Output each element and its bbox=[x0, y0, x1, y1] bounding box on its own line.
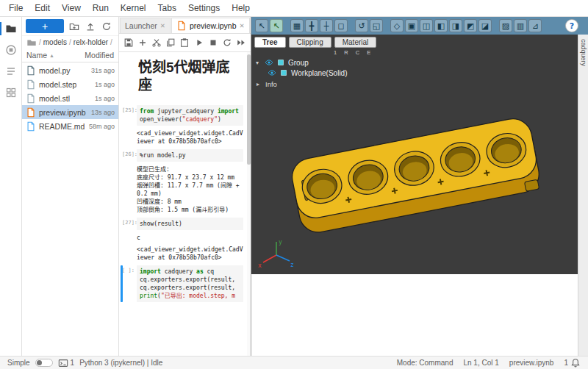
restart-kernel-icon bbox=[222, 37, 232, 48]
paste-cell-button[interactable] bbox=[179, 37, 190, 49]
tree-node-workplane[interactable]: Workplane(Solid) bbox=[251, 68, 578, 78]
notebook-content[interactable]: 悦刻5代烟弹底座[25]:from jupyter_cadquery impor… bbox=[119, 52, 251, 356]
notebook-cell-0[interactable]: 悦刻5代烟弹底座 bbox=[121, 56, 243, 101]
notebook-cell-5[interactable]: [27]:show(result) bbox=[121, 218, 243, 230]
close-tab-icon[interactable]: ✕ bbox=[160, 22, 165, 29]
menu-view[interactable]: View bbox=[56, 1, 87, 15]
new-launcher-button[interactable]: + bbox=[26, 19, 64, 33]
axes-icon[interactable]: ╋ bbox=[305, 19, 318, 32]
eye-icon[interactable] bbox=[268, 68, 276, 77]
notebook-cell-8[interactable]: [ ]:import cadquery as cqcq.exporters.ex… bbox=[121, 265, 243, 302]
front-view-icon[interactable]: ▣ bbox=[405, 19, 418, 32]
new-folder-icon[interactable] bbox=[68, 21, 80, 32]
copy-cell-button[interactable] bbox=[165, 37, 176, 49]
table-of-contents-tab[interactable] bbox=[1, 63, 21, 79]
notebook-cell-7[interactable]: <cad_viewer_widget.widget.CadViewer at 0… bbox=[121, 246, 243, 262]
menu-edit[interactable]: Edit bbox=[29, 1, 56, 15]
code-line: %run model.py bbox=[140, 151, 240, 160]
run-cell-button[interactable] bbox=[193, 37, 205, 49]
cad-model-3d[interactable] bbox=[251, 90, 578, 274]
notifications[interactable]: 1 bbox=[564, 358, 581, 368]
sidecar-strip[interactable]: cadquery bbox=[578, 35, 588, 356]
code-cell-input[interactable]: import cadquery as cqcq.exporters.export… bbox=[137, 265, 243, 302]
code-cell-input[interactable]: %run model.py bbox=[137, 149, 243, 162]
column-name[interactable]: Name bbox=[26, 51, 47, 60]
close-tab-icon[interactable]: ✕ bbox=[240, 22, 245, 29]
tab-preview-ipynb[interactable]: preview.ipynb✕ bbox=[171, 18, 250, 33]
left-view-icon[interactable]: ◧ bbox=[434, 19, 448, 32]
breadcrumb-item-models[interactable]: models bbox=[43, 38, 67, 46]
notebook-cell-2[interactable]: <cad_viewer_widget.widget.CadViewer at 0… bbox=[121, 129, 243, 146]
cursor-position[interactable]: Ln 1, Col 1 bbox=[463, 359, 498, 367]
menu-run[interactable]: Run bbox=[87, 1, 115, 15]
simple-mode-toggle[interactable] bbox=[35, 359, 53, 367]
file-row-model.py[interactable]: model.py31s ago bbox=[22, 63, 118, 77]
shape-icon[interactable] bbox=[276, 58, 285, 67]
menu-kernel[interactable]: Kernel bbox=[115, 1, 152, 15]
code-cell-input[interactable]: from jupyter_cadquery importopen_viewer(… bbox=[137, 105, 243, 126]
command-mode-indicator[interactable]: Mode: Command bbox=[397, 359, 453, 367]
breadcrumb-item-relx-holder[interactable]: relx-holder bbox=[74, 38, 108, 46]
save-button[interactable] bbox=[123, 37, 135, 49]
cell-prompt: [27]: bbox=[121, 218, 137, 230]
shape-icon[interactable] bbox=[279, 68, 288, 77]
file-row-preview.ipynb[interactable]: preview.ipynb13s ago bbox=[22, 105, 118, 119]
tree-node-group[interactable]: ▾ Group bbox=[251, 57, 578, 68]
tab-launcher[interactable]: Launcher✕ bbox=[120, 18, 171, 33]
running-sessions-icon bbox=[5, 44, 17, 56]
running-sessions-tab[interactable] bbox=[1, 42, 21, 58]
insert-cell-button[interactable] bbox=[137, 37, 148, 49]
select-mode-icon[interactable]: ↖ bbox=[255, 19, 268, 32]
notebook-cell-4[interactable]: 模型已生成:底座尺寸: 91.7 x 23.7 x 12 mm烟弹凹槽: 11.… bbox=[121, 165, 243, 214]
clip-plane-icon[interactable]: ⊿ bbox=[528, 19, 542, 32]
black-edges-icon[interactable]: ▥ bbox=[514, 19, 527, 32]
column-modified[interactable]: Modified bbox=[85, 51, 114, 60]
cad-main: Tree Clipping Material 1 R C E ▾ Group bbox=[251, 35, 578, 356]
iso-view-icon[interactable]: ◇ bbox=[390, 19, 404, 32]
file-row-model.stl[interactable]: model.stl1s ago bbox=[22, 91, 118, 105]
tab-tree[interactable]: Tree bbox=[254, 37, 286, 48]
notebook-cell-3[interactable]: [26]:%run model.py bbox=[121, 149, 243, 162]
reset-view-icon[interactable]: ↺ bbox=[355, 19, 368, 32]
scrollbar-thumb[interactable] bbox=[247, 54, 251, 165]
flat-shading-icon[interactable]: ◻ bbox=[334, 19, 348, 32]
code-line: <cad_viewer_widget.widget.CadViewer at 0… bbox=[137, 129, 243, 146]
restart-kernel-button[interactable] bbox=[221, 37, 233, 49]
axes0-icon[interactable]: ┼ bbox=[320, 19, 333, 32]
interrupt-kernel-button[interactable] bbox=[207, 37, 219, 49]
tab-material[interactable]: Material bbox=[334, 37, 377, 48]
upload-icon[interactable] bbox=[85, 21, 96, 32]
fit-view-icon[interactable]: ◱ bbox=[370, 19, 383, 32]
notebook-cell-1[interactable]: [25]:from jupyter_cadquery importopen_vi… bbox=[121, 105, 243, 126]
file-row-README.md[interactable]: README.md58m ago bbox=[22, 119, 118, 133]
cut-cell-button[interactable] bbox=[151, 37, 162, 49]
refresh-icon[interactable] bbox=[101, 21, 112, 32]
top-view-icon[interactable]: ◩ bbox=[464, 19, 477, 32]
menu-tabs[interactable]: Tabs bbox=[152, 1, 182, 15]
transparent-icon[interactable]: ▨ bbox=[499, 19, 512, 32]
notebook-cell-6[interactable]: c bbox=[121, 234, 243, 242]
files-tab[interactable] bbox=[1, 21, 21, 37]
cad-viewport[interactable]: x y z bbox=[251, 90, 578, 274]
menu-file[interactable]: File bbox=[3, 1, 29, 15]
caret-down-icon[interactable]: ▾ bbox=[256, 60, 262, 66]
notebook-scrollbar[interactable] bbox=[247, 52, 251, 356]
extensions-tab[interactable] bbox=[1, 85, 21, 101]
help-icon[interactable]: ? bbox=[565, 19, 578, 32]
rear-view-icon[interactable]: ◫ bbox=[420, 19, 433, 32]
info-section[interactable]: ▸ Info bbox=[251, 78, 578, 90]
kernel-sessions[interactable]: 1 bbox=[58, 358, 75, 368]
menu-help[interactable]: Help bbox=[226, 1, 256, 15]
bottom-view-icon[interactable]: ◪ bbox=[478, 19, 492, 32]
tab-clipping[interactable]: Clipping bbox=[289, 37, 331, 48]
restart-run-all-button[interactable] bbox=[235, 37, 247, 49]
grid-icon[interactable]: ▦ bbox=[290, 19, 304, 32]
right-view-icon[interactable]: ◨ bbox=[449, 19, 462, 32]
code-cell-input[interactable]: show(result) bbox=[137, 218, 243, 230]
eye-icon[interactable] bbox=[265, 58, 273, 67]
menu-settings[interactable]: Settings bbox=[182, 1, 226, 15]
glide-mode-icon[interactable]: ↖ bbox=[270, 19, 283, 32]
tree-node-label: Group bbox=[288, 59, 309, 67]
file-row-model.step[interactable]: model.step1s ago bbox=[22, 77, 118, 91]
kernel-status[interactable]: Python 3 (ipykernel) | Idle bbox=[79, 359, 162, 367]
